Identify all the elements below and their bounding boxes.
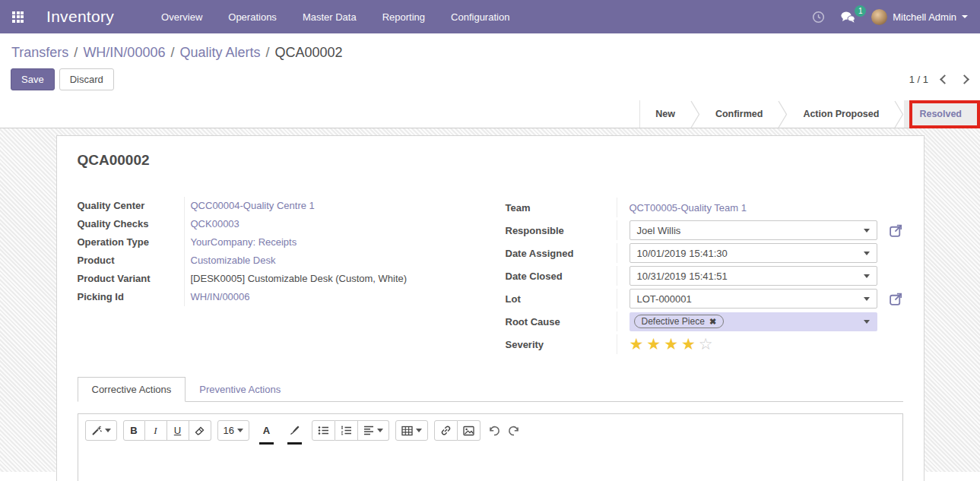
app-name[interactable]: Inventory [46, 8, 114, 26]
root-cause-tag[interactable]: Defective Piece ✖ [634, 315, 725, 328]
paragraph-align-button[interactable] [358, 420, 389, 441]
insert-link-button[interactable] [434, 420, 458, 441]
stage-resolved[interactable]: Resolved [904, 100, 980, 128]
stage-action-proposed[interactable]: Action Proposed [788, 100, 894, 128]
user-menu[interactable]: Mitchell Admin [871, 9, 968, 25]
tab-corrective-actions[interactable]: Corrective Actions [78, 377, 186, 402]
remove-tag-icon[interactable]: ✖ [709, 317, 716, 327]
nav-item-overview[interactable]: Overview [161, 11, 202, 23]
star-icon[interactable]: ★ [681, 336, 696, 353]
font-color-button[interactable]: A [255, 420, 278, 441]
field-severity: Severity ★★★★☆ [506, 334, 903, 355]
discard-button[interactable]: Discard [59, 68, 114, 90]
star-icon[interactable]: ☆ [699, 336, 713, 353]
product-link[interactable]: Customizable Desk [184, 252, 475, 270]
ordered-list-button[interactable] [335, 420, 358, 441]
redo-button[interactable] [508, 420, 520, 441]
root-cause-tags-input[interactable]: Defective Piece ✖ [630, 312, 877, 331]
quality-checks-link[interactable]: QCK00003 [184, 215, 475, 233]
breadcrumb-link-transfers[interactable]: Transfers [11, 45, 68, 60]
lot-select[interactable]: LOT-000001 [630, 289, 877, 309]
messages-icon[interactable]: 1 [840, 11, 856, 24]
breadcrumb-current: QCA00002 [275, 45, 343, 60]
clear-formatting-button[interactable] [189, 420, 211, 441]
unordered-list-button[interactable] [312, 420, 335, 441]
field-product-variant: Product Variant [DESK0005] Customizable … [78, 270, 475, 288]
lot-external-link-icon[interactable] [877, 292, 903, 306]
user-avatar [871, 9, 887, 25]
star-icon[interactable]: ★ [646, 336, 661, 353]
responsible-select[interactable]: Joel Willis [630, 220, 877, 240]
chevron-down-icon [864, 274, 870, 278]
numbered-list-icon [341, 426, 352, 435]
breadcrumb: Transfers/WH/IN/00006/Quality Alerts/QCA… [0, 33, 980, 61]
current-color-bar [259, 442, 274, 445]
field-label: Lot [506, 293, 617, 305]
bold-button[interactable]: B [123, 420, 145, 441]
table-button[interactable] [395, 420, 428, 441]
stage-separator [690, 100, 700, 128]
breadcrumb-separator: / [170, 45, 174, 60]
breadcrumb-separator: / [74, 45, 78, 60]
table-icon [401, 426, 413, 436]
insert-image-button[interactable] [458, 420, 480, 441]
undo-button[interactable] [488, 420, 500, 441]
product-variant-value: [DESK0005] Customizable Desk (Custom, Wh… [184, 270, 475, 288]
pager: 1 / 1 [909, 74, 968, 85]
tab-preventive-actions[interactable]: Preventive Actions [186, 377, 294, 401]
nav-item-operations[interactable]: Operations [228, 11, 277, 23]
form-background: QCA00002 Quality Center QCC00004-Quality… [0, 128, 980, 472]
field-label: Quality Center [78, 197, 184, 215]
date-closed-input[interactable]: 10/31/2019 15:41:51 [630, 266, 877, 286]
stage-new[interactable]: New [640, 100, 690, 128]
lot-value: LOT-000001 [637, 293, 692, 305]
nav-item-master-data[interactable]: Master Data [303, 11, 357, 23]
font-size-value: 16 [224, 425, 234, 436]
chevron-down-icon [105, 429, 111, 432]
quality-center-link[interactable]: QCC00004-Quality Centre 1 [184, 197, 475, 215]
highlight-color-button[interactable] [284, 420, 306, 441]
picking-id-link[interactable]: WH/IN/00006 [184, 288, 475, 306]
team-link[interactable]: QCT00005-Quality Team 1 [630, 202, 747, 214]
star-icon[interactable]: ★ [630, 336, 644, 353]
field-label: Responsible [506, 225, 617, 236]
underline-button[interactable]: U [167, 420, 189, 441]
field-product: Product Customizable Desk [78, 252, 475, 270]
field-responsible: Responsible Joel Willis [506, 220, 903, 241]
breadcrumb-separator: / [265, 45, 269, 60]
tag-label: Defective Piece [642, 316, 705, 327]
statusbar: New Confirmed Action Proposed Resolved [0, 100, 980, 128]
pager-next-icon[interactable] [959, 74, 969, 84]
top-navbar: Inventory Overview Operations Master Dat… [0, 0, 980, 33]
field-label: Picking Id [78, 288, 184, 306]
responsible-external-link-icon[interactable] [877, 223, 903, 238]
italic-button[interactable]: I [145, 420, 167, 441]
pager-previous-icon[interactable] [940, 74, 950, 84]
breadcrumb-link-picking[interactable]: WH/IN/00006 [83, 45, 165, 60]
link-icon [440, 425, 452, 436]
activities-clock-icon[interactable] [812, 11, 825, 24]
chevron-down-icon [864, 229, 870, 233]
field-quality-checks: Quality Checks QCK00003 [78, 215, 475, 233]
date-assigned-input[interactable]: 10/01/2019 15:41:30 [630, 243, 877, 263]
field-label: Product Variant [78, 270, 184, 288]
field-label: Operation Type [78, 233, 184, 252]
editor-content-area[interactable] [78, 450, 902, 481]
operation-type-link[interactable]: YourCompany: Receipts [184, 233, 475, 252]
field-picking-id: Picking Id WH/IN/00006 [78, 288, 475, 306]
field-lot: Lot LOT-000001 [506, 288, 903, 309]
nav-item-reporting[interactable]: Reporting [382, 11, 425, 23]
date-closed-value: 10/31/2019 15:41:51 [637, 271, 728, 282]
save-button[interactable]: Save [11, 68, 55, 90]
stage-confirmed[interactable]: Confirmed [700, 100, 779, 128]
stage-separator [894, 100, 904, 128]
undo-icon [488, 425, 500, 437]
font-size-dropdown[interactable]: 16 [217, 420, 249, 441]
field-label: Quality Checks [78, 215, 184, 233]
apps-grid-icon[interactable] [12, 11, 24, 23]
star-icon[interactable]: ★ [664, 336, 678, 353]
nav-item-configuration[interactable]: Configuration [451, 11, 509, 23]
style-dropdown-button[interactable] [85, 420, 117, 441]
severity-stars: ★★★★☆ [630, 336, 713, 353]
breadcrumb-link-quality-alerts[interactable]: Quality Alerts [179, 45, 260, 60]
